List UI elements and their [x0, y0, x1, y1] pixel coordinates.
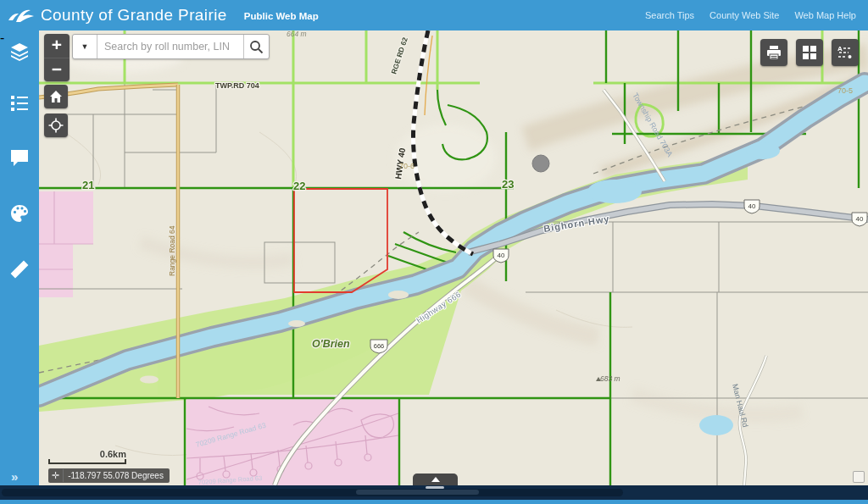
palette-icon[interactable]	[9, 203, 30, 224]
zoom-control: + −	[44, 34, 70, 81]
ruler-icon[interactable]	[9, 259, 30, 280]
county-logo-icon	[7, 5, 36, 25]
svg-text:A: A	[837, 45, 843, 53]
scale-line	[48, 459, 126, 464]
svg-text:40: 40	[498, 252, 505, 259]
tool-sidebar: - »	[0, 30, 39, 485]
comment-icon[interactable]	[9, 147, 30, 168]
footer-attribution-text-smudge	[356, 490, 479, 495]
zoom-out-button[interactable]: −	[44, 58, 70, 81]
sidebar-expand-chevrons-icon[interactable]: »	[11, 469, 16, 484]
search-input[interactable]	[97, 35, 243, 58]
chevron-down-icon: ▼	[81, 42, 89, 51]
footer-attribution-bar	[0, 485, 868, 500]
attribute-table-toggle[interactable]	[413, 474, 458, 485]
link-search-tips[interactable]: Search Tips	[645, 10, 694, 20]
link-web-map-help[interactable]: Web Map Help	[794, 10, 856, 20]
scale-label: 0.6km	[48, 449, 126, 459]
label-section-22: 22	[293, 180, 305, 192]
highway-shield-40-a: 40	[493, 249, 509, 263]
home-icon	[49, 90, 63, 103]
search-button[interactable]	[243, 35, 269, 58]
printer-icon	[766, 45, 782, 60]
page-subtitle: Public Web Map	[244, 11, 319, 21]
highway-shield-40-b: 40	[744, 200, 760, 213]
zoom-in-button[interactable]: +	[44, 34, 70, 58]
basemap-grid-icon	[802, 45, 817, 60]
map-svg: 40 40 40 666 21 22 23 TWP.RD 704 RGE RD …	[39, 30, 868, 485]
link-county-web-site[interactable]: County Web Site	[709, 10, 779, 20]
search-icon	[249, 40, 264, 54]
page-title: County of Grande Prairie	[41, 6, 227, 25]
search-bar: ▼	[72, 34, 270, 59]
label-obrien: O'Brien	[312, 338, 350, 350]
map-logo	[853, 471, 865, 483]
locate-button[interactable]	[44, 114, 68, 137]
locate-icon	[48, 118, 64, 133]
basemap-gallery-button[interactable]	[796, 39, 823, 66]
svg-text:666: 666	[374, 342, 385, 350]
arrow-up-icon	[431, 477, 440, 482]
crosshair-icon[interactable]: ✛	[52, 469, 64, 482]
gray-point-marker	[532, 155, 549, 172]
label-elev-683: 683 m	[600, 374, 620, 383]
measure-tool-button[interactable]: A	[832, 39, 859, 66]
label-elev-664: 664 m	[287, 30, 307, 38]
scale-bar: 0.6km	[48, 449, 126, 464]
label-quarter-70-6: 70-6	[399, 162, 415, 170]
footer-drag-handle[interactable]	[426, 486, 444, 489]
label-rge-rd-62: RGE RD 62	[389, 36, 409, 75]
highway-shield-666: 666	[370, 340, 387, 353]
print-button[interactable]	[760, 39, 787, 66]
footer-accent-strip	[0, 500, 868, 504]
label-twp-rd-704: TWP.RD 704	[215, 81, 259, 90]
home-button[interactable]	[44, 85, 68, 108]
footer-pill	[2, 489, 623, 496]
measure-path-icon: A	[837, 44, 854, 61]
svg-text:40: 40	[856, 215, 864, 223]
layers-icon[interactable]	[9, 41, 30, 61]
pond	[699, 415, 733, 435]
svg-text:40: 40	[748, 202, 756, 210]
coordinate-readout: ✛ -118.797 55.078 Degrees	[48, 468, 170, 483]
residential-parcel-left	[39, 191, 93, 297]
label-section-23: 23	[502, 178, 514, 191]
label-range-road-64: Range Road 64	[168, 225, 176, 276]
web-map-app: 40 40 40 666 21 22 23 TWP.RD 704 RGE RD …	[0, 0, 868, 504]
search-type-dropdown[interactable]: ▼	[73, 35, 97, 58]
map-canvas[interactable]: 40 40 40 666 21 22 23 TWP.RD 704 RGE RD …	[39, 30, 868, 485]
legend-icon[interactable]	[9, 93, 30, 114]
header-links: Search Tips County Web Site Web Map Help	[645, 10, 856, 20]
coordinate-value: -118.797 55.078 Degrees	[68, 471, 164, 480]
highway-shield-40-c: 40	[852, 213, 867, 226]
app-header: County of Grande Prairie Public Web Map …	[0, 0, 868, 30]
label-quarter-70-5: 70-5	[837, 86, 853, 95]
label-section-21: 21	[82, 179, 94, 191]
